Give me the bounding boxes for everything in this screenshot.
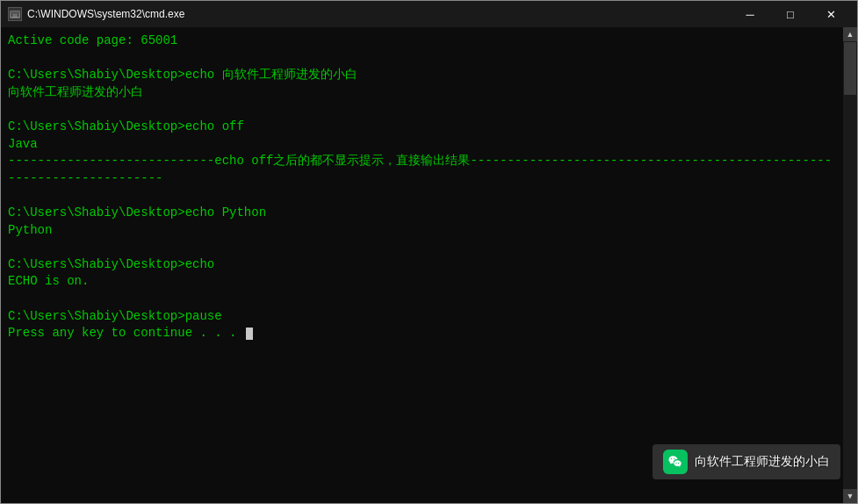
terminal-line: ECHO is on. — [8, 273, 836, 291]
close-button[interactable]: ✕ — [811, 1, 850, 27]
terminal-output[interactable]: Active code page: 65001 C:\Users\Shabiy\… — [1, 27, 843, 503]
terminal-line: Press any key to continue . . . — [8, 325, 836, 342]
terminal-line: C:\Users\Shabiy\Desktop>echo — [8, 256, 836, 274]
terminal-line — [8, 291, 836, 308]
scrollbar[interactable]: ▲ ▼ — [843, 27, 857, 503]
window-controls: ─ □ ✕ — [731, 1, 850, 27]
wechat-icon — [663, 450, 688, 474]
terminal-line: 向软件工程师进发的小白 — [8, 84, 836, 102]
scroll-down-arrow[interactable]: ▼ — [843, 489, 857, 503]
terminal-line — [8, 101, 836, 119]
svg-rect-1 — [11, 11, 19, 14]
terminal-line: C:\Users\Shabiy\Desktop>pause — [8, 308, 836, 326]
maximize-button[interactable]: □ — [771, 1, 810, 27]
terminal-line — [8, 239, 836, 256]
terminal-content: Active code page: 65001 C:\Users\Shabiy\… — [8, 32, 836, 342]
scrollbar-track[interactable] — [843, 41, 857, 489]
terminal-line: C:\Users\Shabiy\Desktop>echo Python — [8, 205, 836, 222]
terminal-line: ----------------------------echo off之后的都… — [8, 153, 836, 187]
titlebar: C:\WINDOWS\system32\cmd.exe ─ □ ✕ — [1, 1, 857, 27]
terminal-line: C:\Users\Shabiy\Desktop>echo off — [8, 119, 836, 136]
terminal-area: Active code page: 65001 C:\Users\Shabiy\… — [1, 27, 857, 503]
watermark: 向软件工程师进发的小白 — [653, 444, 840, 479]
terminal-line: C:\Users\Shabiy\Desktop>echo 向软件工程师进发的小白 — [8, 67, 836, 84]
terminal-line: Active code page: 65001 — [8, 32, 836, 50]
terminal-line: Python — [8, 222, 836, 240]
window-icon — [8, 7, 22, 21]
cursor — [246, 328, 253, 340]
scroll-up-arrow[interactable]: ▲ — [843, 27, 857, 41]
scrollbar-thumb[interactable] — [844, 42, 856, 95]
terminal-line: Java — [8, 136, 836, 154]
terminal-line — [8, 50, 836, 68]
minimize-button[interactable]: ─ — [731, 1, 769, 27]
terminal-line — [8, 187, 836, 205]
window-title: C:\WINDOWS\system32\cmd.exe — [27, 8, 731, 20]
cmd-window: C:\WINDOWS\system32\cmd.exe ─ □ ✕ Active… — [0, 0, 858, 504]
watermark-text: 向软件工程师进发的小白 — [695, 454, 830, 470]
